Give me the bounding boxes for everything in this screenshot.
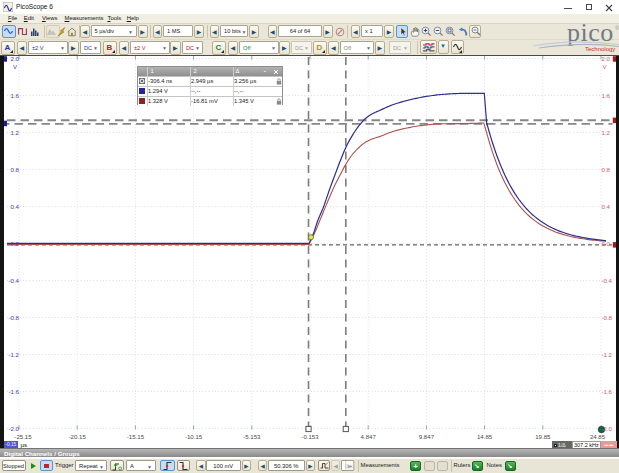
svg-text:-25.15: -25.15 [14, 433, 32, 440]
svg-text:19.85: 19.85 [535, 433, 551, 440]
svg-text:-1.6: -1.6 [8, 388, 19, 395]
svg-text:1.6: 1.6 [602, 92, 611, 99]
svg-text:4.847: 4.847 [361, 433, 377, 440]
svg-text:0.0: 0.0 [11, 240, 20, 247]
svg-text:-0.8: -0.8 [8, 314, 19, 321]
svg-text:1.2: 1.2 [11, 129, 20, 136]
svg-text:14.85: 14.85 [477, 433, 493, 440]
svg-text:2.0: 2.0 [602, 56, 611, 62]
svg-text:V: V [603, 63, 608, 70]
svg-text:-2.0: -2.0 [602, 425, 613, 432]
svg-text:24.85: 24.85 [590, 433, 606, 440]
svg-text:-0.4: -0.4 [602, 277, 613, 284]
svg-text:-0.153: -0.153 [301, 433, 319, 440]
svg-text:1.6: 1.6 [11, 92, 20, 99]
svg-text:-0.4: -0.4 [8, 277, 19, 284]
svg-text:-15.15: -15.15 [127, 433, 145, 440]
svg-text:-20.15: -20.15 [69, 433, 87, 440]
svg-text:1.2: 1.2 [602, 129, 611, 136]
svg-text:-10.15: -10.15 [185, 433, 203, 440]
svg-text:-2.0: -2.0 [8, 425, 19, 432]
svg-text:0.4: 0.4 [11, 203, 20, 210]
svg-text:-1.2: -1.2 [602, 351, 613, 358]
svg-text:0.4: 0.4 [602, 203, 611, 210]
svg-text:-5.153: -5.153 [243, 433, 261, 440]
svg-text:-0.8: -0.8 [602, 314, 613, 321]
svg-text:V: V [13, 63, 18, 70]
svg-text:9.847: 9.847 [419, 433, 435, 440]
svg-text:-1.6: -1.6 [602, 388, 613, 395]
svg-text:0.8: 0.8 [11, 166, 20, 173]
svg-text:-1.2: -1.2 [8, 351, 19, 358]
svg-text:0.0: 0.0 [602, 240, 611, 247]
svg-text:2.0: 2.0 [11, 56, 20, 62]
svg-text:0.8: 0.8 [602, 166, 611, 173]
